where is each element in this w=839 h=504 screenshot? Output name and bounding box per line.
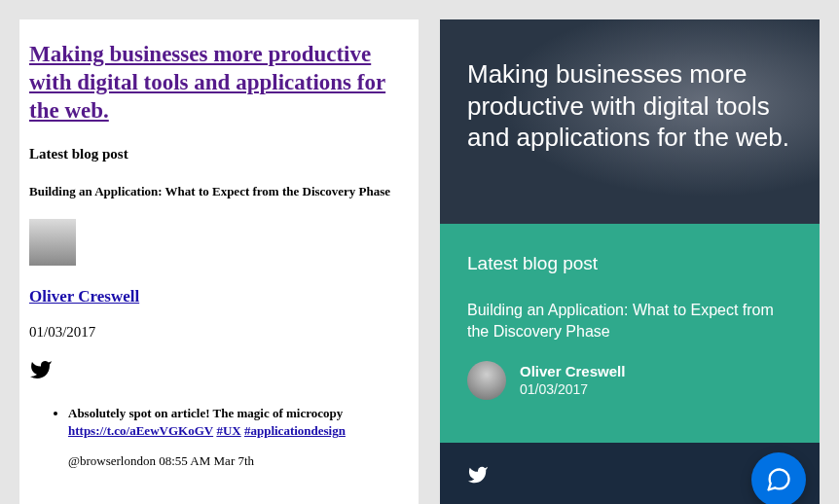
tweet-hashtag-applicationdesign[interactable]: #applicationdesign bbox=[244, 423, 346, 438]
blog-section: Latest blog post Building an Application… bbox=[440, 224, 820, 443]
latest-label: Latest blog post bbox=[467, 253, 792, 274]
twitter-icon[interactable] bbox=[467, 464, 489, 486]
tweet-link[interactable]: https://t.co/aEewVGKoGV bbox=[68, 423, 213, 438]
tweet-text: Absolutely spot on article! The magic of… bbox=[68, 406, 343, 420]
latest-label: Latest blog post bbox=[29, 146, 409, 162]
post-title-link[interactable]: Building an Application: What to Expect … bbox=[467, 300, 792, 343]
author-link[interactable]: Oliver Creswell bbox=[29, 287, 409, 306]
post-date: 01/03/2017 bbox=[520, 381, 625, 397]
tweet-meta: @browserlondon 08:55 AM Mar 7th bbox=[68, 452, 409, 470]
tweet-item: Absolutely spot on article! The magic of… bbox=[68, 405, 409, 470]
chat-icon bbox=[765, 466, 792, 493]
post-date: 01/03/2017 bbox=[29, 324, 409, 341]
twitter-icon[interactable] bbox=[29, 358, 409, 405]
post-title-link[interactable]: Building an Application: What to Expect … bbox=[29, 184, 409, 199]
chat-button[interactable] bbox=[751, 452, 806, 504]
hero-heading: Making businesses more productive with d… bbox=[467, 58, 792, 154]
author-avatar bbox=[467, 361, 506, 400]
hero-link-unstyled[interactable]: Making businesses more productive with d… bbox=[29, 41, 409, 125]
author-avatar bbox=[29, 219, 76, 266]
author-name[interactable]: Oliver Creswell bbox=[520, 363, 625, 379]
tweet-hashtag-ux[interactable]: #UX bbox=[216, 423, 240, 438]
right-panel: Making businesses more productive with d… bbox=[440, 19, 820, 504]
hero-section: Making businesses more productive with d… bbox=[440, 19, 820, 224]
left-panel: Making businesses more productive with d… bbox=[19, 19, 419, 504]
